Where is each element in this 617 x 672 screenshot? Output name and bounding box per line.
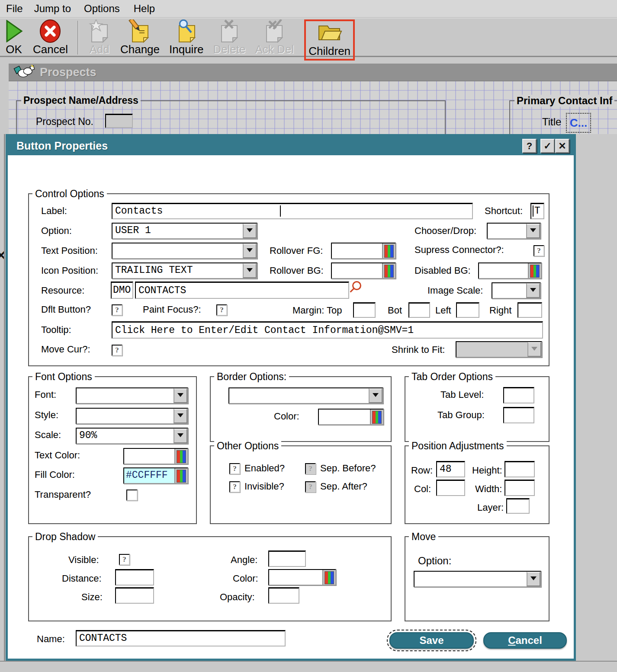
text-color-field[interactable] <box>123 448 188 464</box>
ack-del-label: Ack Del <box>255 43 294 56</box>
border-color-label: Color: <box>274 411 299 422</box>
image-scale-label: Image Scale: <box>427 285 483 296</box>
font-value <box>77 388 174 403</box>
rollover-fg-value <box>332 243 382 258</box>
menu-help[interactable]: Help <box>134 3 155 15</box>
move-group: Move Option: <box>405 536 550 621</box>
text-position-dropdown[interactable] <box>112 243 257 259</box>
shadow-opacity-field[interactable] <box>268 587 299 604</box>
col-label: Col: <box>414 483 431 495</box>
move-cur-checkbox[interactable]: ? <box>112 345 122 356</box>
image-scale-dropdown[interactable] <box>492 282 541 299</box>
contact-title-selected-control[interactable]: C... <box>566 113 591 133</box>
width-field[interactable] <box>505 480 535 496</box>
fill-color-label: Fill Color: <box>35 469 75 480</box>
transparent-checkbox[interactable] <box>126 490 138 501</box>
cancel-button[interactable]: Cancel <box>33 19 68 56</box>
tooltip-value: Click Here to Enter/Edit Contact Informa… <box>112 323 542 338</box>
margin-left-field[interactable] <box>456 302 479 318</box>
border-style-dropdown[interactable] <box>228 387 383 404</box>
border-color-field[interactable] <box>318 409 384 425</box>
primary-contact-group-title: Primary Contact Inf <box>514 95 614 107</box>
tab-level-field[interactable] <box>503 387 534 403</box>
shortcut-caret <box>533 205 533 217</box>
color-picker-icon[interactable] <box>322 570 335 585</box>
chevron-down-icon <box>174 388 187 403</box>
height-field[interactable] <box>505 461 535 477</box>
dflt-button-checkbox[interactable]: ? <box>112 304 122 316</box>
sep-after-label: Sep. After? <box>320 481 367 492</box>
close-button[interactable]: ✕ <box>555 139 569 153</box>
shadow-distance-label: Distance: <box>62 573 102 584</box>
label-value: Contacts <box>112 204 472 218</box>
enabled-checkbox[interactable]: ? <box>229 463 240 474</box>
delete-label: Delete <box>213 43 246 56</box>
menu-jump-to[interactable]: Jump to <box>34 3 71 15</box>
color-picker-icon[interactable] <box>174 468 187 483</box>
margin-top-field[interactable] <box>353 302 376 318</box>
color-picker-icon[interactable] <box>174 449 187 464</box>
scale-value: 90% <box>77 429 174 443</box>
option-label: Option: <box>41 225 72 237</box>
shadow-size-field[interactable] <box>115 587 154 604</box>
invisible-checkbox[interactable]: ? <box>229 481 240 493</box>
row-value: 48 <box>437 462 464 476</box>
cancel-icon <box>39 19 61 43</box>
tab-group-field[interactable] <box>503 407 534 423</box>
confirm-button[interactable]: ✓ <box>540 139 555 153</box>
ok-button[interactable]: OK <box>4 19 23 56</box>
tooltip-field[interactable]: Click Here to Enter/Edit Contact Informa… <box>112 321 543 339</box>
row-field[interactable]: 48 <box>436 461 465 477</box>
move-option-dropdown[interactable] <box>414 571 541 587</box>
shadow-color-label: Color: <box>233 573 258 584</box>
layer-field[interactable] <box>506 498 530 514</box>
paint-focus-checkbox[interactable]: ? <box>216 304 227 316</box>
shadow-distance-field[interactable] <box>115 569 154 586</box>
col-field[interactable] <box>436 480 465 496</box>
children-button[interactable]: Children <box>308 21 350 58</box>
scale-dropdown[interactable]: 90% <box>76 428 188 444</box>
icon-position-dropdown[interactable]: TRAILING TEXT <box>112 262 257 279</box>
margin-bot-field[interactable] <box>408 302 430 318</box>
toolbar: OK Cancel Add Change Inquire Delete <box>0 18 617 57</box>
prospect-name-address-group: Prospect Name/Address Prospect No. <box>16 100 446 134</box>
font-options-group: Font Options Font: Style: Scale: 90% Tex… <box>28 376 197 524</box>
fill-color-field[interactable]: #CCFFFF <box>123 467 188 484</box>
paint-focus-label: Paint Focus?: <box>143 304 201 315</box>
cancel-dialog-button[interactable]: Cancel <box>483 632 567 649</box>
menu-options[interactable]: Options <box>84 3 120 15</box>
shadow-visible-checkbox[interactable]: ? <box>119 554 130 565</box>
shadow-angle-field[interactable] <box>268 550 306 567</box>
name-field[interactable]: CONTACTS <box>76 630 286 646</box>
option-dropdown[interactable]: USER 1 <box>112 223 257 239</box>
style-dropdown[interactable] <box>76 408 188 424</box>
margin-right-field[interactable] <box>517 302 542 318</box>
resource-lookup-magnifier-icon[interactable] <box>352 281 361 290</box>
color-picker-icon[interactable] <box>382 243 395 258</box>
shadow-color-field[interactable] <box>268 569 336 586</box>
chooser-drop-dropdown[interactable] <box>487 223 541 239</box>
color-picker-icon[interactable] <box>370 410 383 424</box>
dialog-left-edge-shadow <box>4 134 5 661</box>
color-picker-icon[interactable] <box>528 263 541 278</box>
font-dropdown[interactable] <box>76 387 188 404</box>
shortcut-field[interactable]: T <box>530 203 544 219</box>
prospect-no-field[interactable] <box>105 114 133 128</box>
disabled-bg-field[interactable] <box>478 262 542 279</box>
help-button[interactable]: ? <box>522 139 537 153</box>
menu-file[interactable]: File <box>6 3 23 15</box>
rollover-bg-field[interactable] <box>331 262 396 279</box>
change-pencil-icon <box>128 19 151 43</box>
label-field[interactable]: Contacts <box>112 203 473 219</box>
rollover-fg-field[interactable] <box>331 243 396 259</box>
color-picker-icon[interactable] <box>382 263 395 278</box>
save-button[interactable]: Save <box>389 632 474 649</box>
resource-prefix-field[interactable]: DMO <box>111 282 133 299</box>
style-value <box>77 409 174 423</box>
change-button[interactable]: Change <box>120 19 160 56</box>
supress-connector-checkbox[interactable]: ? <box>533 245 544 256</box>
inquire-button[interactable]: Inquire <box>169 19 204 56</box>
resource-field[interactable]: CONTACTS <box>135 282 349 299</box>
control-options-group: Control Options Label: Contacts Shortcut… <box>28 193 550 366</box>
chevron-down-icon <box>243 243 257 258</box>
